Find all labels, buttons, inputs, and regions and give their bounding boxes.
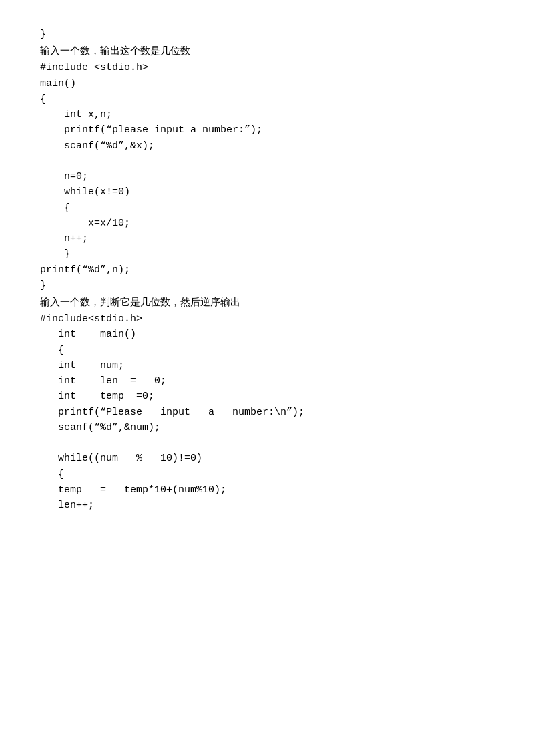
code-closing-brace: } (40, 27, 494, 42)
section-2-title: 输入一个数，输出这个数是几位数 (40, 42, 494, 60)
page-content: } 输入一个数，输出这个数是几位数 #include <stdio.h> mai… (40, 27, 494, 513)
section-2-code: #include <stdio.h> main() { int x,n; pri… (40, 60, 494, 293)
section-1: } (40, 27, 494, 42)
section-3-title: 输入一个数，判断它是几位数，然后逆序输出 (40, 293, 494, 311)
section-3-code: #include<stdio.h> int main() { int num; … (40, 311, 494, 513)
